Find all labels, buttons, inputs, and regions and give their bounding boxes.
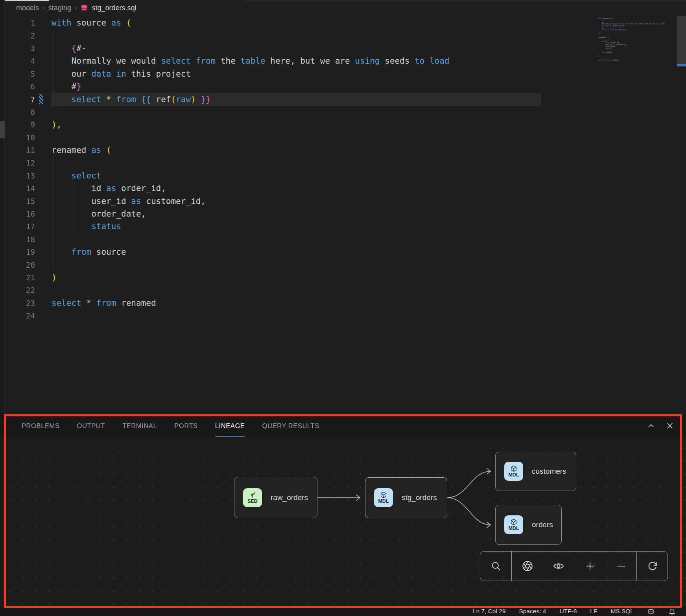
lineage-node-customers[interactable]: MDL customers [495,452,576,491]
line-number: 10 [5,133,35,142]
code-line[interactable]: 18 [5,233,686,246]
model-badge: MDL [374,488,393,507]
line-number: 24 [5,311,35,320]
code-text: renamed as ( [52,145,111,155]
gutter-decoration-slot [35,182,52,195]
code-line[interactable]: 1with source as ( [5,17,686,29]
code-text: id as order_id, [52,184,166,193]
notifications-button[interactable] [668,608,676,615]
vscode-window: models › staging › stg_orders.sql 1with … [0,0,686,616]
chevron-up-icon [646,421,656,430]
tab-terminal[interactable]: TERMINAL [122,414,157,437]
line-number: 13 [5,171,35,180]
code-line[interactable]: 17 status [5,220,686,233]
breadcrumb-item-models[interactable]: models [16,4,39,12]
code-line[interactable]: 4 Normally we would select from the tabl… [5,55,686,67]
line-number: 17 [5,222,35,231]
panel-close-button[interactable] [665,421,675,431]
tab-ports[interactable]: PORTS [174,414,198,437]
code-text: select [52,171,101,180]
code-editor[interactable]: 1with source as (23 {#-4 Normally we wou… [5,16,686,414]
lineage-edges [0,437,686,607]
code-text: #} [52,82,81,91]
gutter-decoration-slot [35,106,52,118]
line-number: 7 [5,95,35,104]
copilot-button[interactable] [647,607,655,615]
minimap[interactable]: with source as ( {#- Normally we would s… [598,18,665,66]
gutter-decoration-slot [35,80,52,93]
code-line[interactable]: 12 [5,156,686,169]
line-number: 21 [5,273,35,282]
code-line[interactable]: 8 [5,106,686,118]
lineage-node-stg-orders[interactable]: MDL stg_orders [365,477,447,518]
gutter-decoration-slot [35,55,52,67]
breadcrumb-item-staging[interactable]: staging [48,4,71,12]
gutter-decoration-slot [35,93,52,105]
code-line[interactable]: 13 select [5,169,686,182]
code-line[interactable]: 14 id as order_id, [5,182,686,195]
cube-icon [510,465,517,472]
search-button[interactable] [480,552,511,581]
status-encoding[interactable]: UTF-8 [559,608,577,615]
code-lines[interactable]: 1with source as (23 {#-4 Normally we wou… [5,17,686,322]
zoom-in-button[interactable] [574,552,605,581]
code-line[interactable]: 21) [5,271,686,284]
gutter-decoration-slot [35,118,52,131]
bottom-panel: PROBLEMS OUTPUT TERMINAL PORTS LINEAGE Q… [0,414,686,607]
gutter-decoration-slot [35,144,52,156]
code-line[interactable]: 19 from source [5,246,686,258]
code-line[interactable]: 22 [5,284,686,296]
code-text: {#- [52,44,87,53]
code-line[interactable]: 15 user_id as customer_id, [5,195,686,207]
line-number: 15 [5,197,35,206]
aperture-button[interactable] [512,552,543,581]
search-icon [491,561,502,572]
status-indentation[interactable]: Spaces: 4 [519,608,546,615]
breadcrumb-file-name[interactable]: stg_orders.sql [92,4,136,12]
tab-output[interactable]: OUTPUT [77,414,105,437]
code-line[interactable]: 11renamed as ( [5,144,686,156]
tab-query-results[interactable]: QUERY RESULTS [262,414,319,437]
code-line[interactable]: 7 select * from {{ ref(raw) }} [5,93,686,105]
code-line[interactable]: 20 [5,258,686,271]
line-number: 14 [5,184,35,193]
lineage-node-orders[interactable]: MDL orders [495,505,562,545]
scrollbar-thumb[interactable] [677,16,686,67]
line-number: 2 [5,31,35,40]
zoom-out-button[interactable] [605,552,636,581]
gutter-decoration-slot [35,42,52,55]
panel-collapse-button[interactable] [646,421,656,431]
tab-lineage[interactable]: LINEAGE [215,414,245,437]
code-line[interactable]: 3 {#- [5,42,686,55]
refresh-button[interactable] [637,552,668,581]
line-number: 18 [5,235,35,244]
status-bar: Ln 7, Col 29 Spaces: 4 UTF-8 LF MS SQL [0,607,686,616]
line-number: 23 [5,299,35,307]
gutter-decoration-slot [35,271,52,284]
gutter-decoration-slot [35,195,52,207]
gutter-decoration-slot [35,29,52,42]
code-line[interactable]: 24 [5,309,686,322]
code-line[interactable]: 23select * from renamed [5,297,686,309]
code-text: Normally we would select from the table … [52,56,450,66]
lineage-canvas[interactable]: SED raw_orders MDL stg_orders [0,437,686,607]
code-line[interactable]: 16 order_date, [5,208,686,220]
plus-icon [585,561,596,572]
tab-problems[interactable]: PROBLEMS [22,414,60,437]
line-number: 20 [5,261,35,269]
status-eol[interactable]: LF [590,608,597,615]
code-line[interactable]: 9), [5,118,686,131]
seedling-icon [249,491,256,498]
minus-icon [616,561,627,572]
status-language-mode[interactable]: MS SQL [610,608,634,615]
lineage-toolbar [480,551,668,581]
visibility-button[interactable] [543,552,574,581]
gutter-decoration-slot [35,297,52,309]
code-line[interactable]: 2 [5,29,686,42]
code-line[interactable]: 10 [5,131,686,144]
status-cursor-position[interactable]: Ln 7, Col 29 [473,608,506,615]
lineage-node-raw-orders[interactable]: SED raw_orders [234,477,317,518]
gutter-decoration-slot [35,17,52,29]
code-line[interactable]: 6 #} [5,80,686,93]
code-line[interactable]: 5 our data in this project [5,68,686,80]
